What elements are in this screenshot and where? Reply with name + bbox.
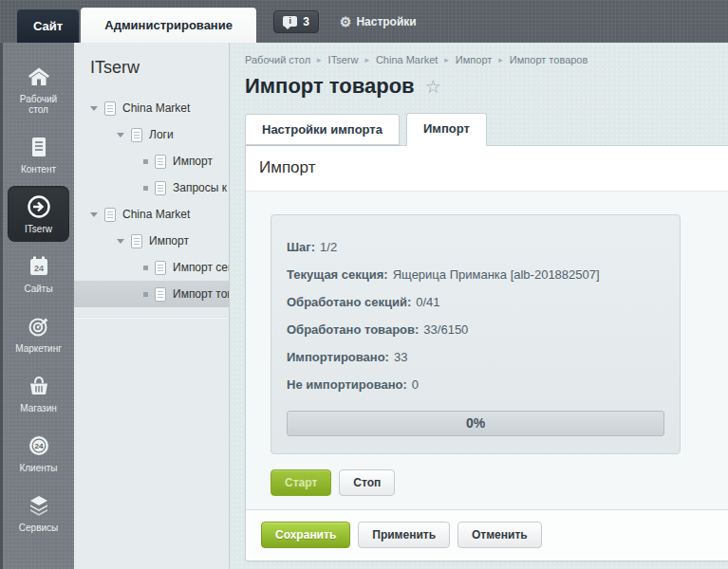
tree-item-import-products[interactable]: Импорт товаров bbox=[74, 281, 229, 307]
document-icon bbox=[131, 128, 142, 142]
document-icon bbox=[27, 134, 51, 160]
status-label: Шаг: bbox=[287, 240, 315, 254]
bullet-icon bbox=[143, 292, 148, 297]
info-bubble-icon: i bbox=[283, 16, 297, 27]
progress-bar: 0% bbox=[287, 411, 664, 436]
sidebar-item-shop[interactable]: Магазин bbox=[8, 365, 69, 421]
sidebar-item-label: Сайты bbox=[24, 284, 52, 294]
document-icon bbox=[131, 234, 142, 248]
breadcrumb-separator-icon: ▸ bbox=[444, 55, 449, 64]
chevron-down-icon[interactable] bbox=[90, 212, 98, 217]
cancel-button[interactable]: Отменить bbox=[457, 522, 542, 548]
import-status-box: Шаг:1/2 Текущая секция:Ящерица Приманка … bbox=[271, 214, 681, 454]
sidebar-item-services[interactable]: Сервисы bbox=[8, 485, 69, 541]
tree-panel-title: ITserw bbox=[74, 43, 229, 95]
status-value: 0 bbox=[412, 377, 419, 392]
status-label: Импортировано: bbox=[287, 350, 389, 364]
tree-item-label: Импорт bbox=[149, 234, 189, 248]
form-footer: Сохранить Применить Отменить bbox=[246, 509, 728, 560]
tab-content-panel: Импорт Шаг:1/2 Текущая секция:Ящерица Пр… bbox=[245, 145, 728, 561]
status-value: 33 bbox=[394, 350, 407, 364]
icon-sidebar: Рабочий стол Контент ITserw 24 Сайты bbox=[0, 43, 74, 569]
target-icon bbox=[27, 313, 51, 340]
save-button[interactable]: Сохранить bbox=[261, 522, 350, 548]
calendar-24-icon: 24 bbox=[27, 253, 51, 280]
sidebar-item-label: Клиенты bbox=[19, 463, 57, 473]
notifications-button[interactable]: i 3 bbox=[273, 10, 319, 33]
status-row: Не импортировано:0 bbox=[287, 371, 664, 398]
bullet-icon bbox=[143, 266, 148, 270]
tree-item-import[interactable]: Импорт bbox=[74, 228, 229, 254]
breadcrumb-item[interactable]: Импорт товаров bbox=[510, 54, 588, 65]
tab-import-settings[interactable]: Настройки импорта bbox=[245, 114, 400, 145]
breadcrumb-separator-icon: ▸ bbox=[364, 55, 369, 64]
sidebar-item-sites[interactable]: 24 Сайты bbox=[8, 246, 69, 302]
sidebar-item-label: Маркетинг bbox=[15, 343, 62, 354]
breadcrumb-item[interactable]: Импорт bbox=[456, 54, 492, 65]
breadcrumb-item[interactable]: ITserw bbox=[328, 54, 359, 65]
breadcrumb-separator-icon: ▸ bbox=[317, 55, 322, 64]
status-value: 0/41 bbox=[416, 295, 439, 309]
clients-24-icon: 24 bbox=[27, 432, 51, 459]
breadcrumb-separator-icon: ▸ bbox=[498, 55, 503, 64]
start-button[interactable]: Старт bbox=[271, 469, 331, 496]
tree-item-label: Импорт товаров bbox=[173, 287, 230, 301]
tree-item-log-import[interactable]: Импорт bbox=[74, 148, 229, 174]
tree-item-api-requests[interactable]: Запросы к API bbox=[74, 174, 229, 201]
form-tabs: Настройки импорта Импорт bbox=[245, 113, 728, 145]
tab-import[interactable]: Импорт bbox=[406, 113, 487, 146]
bullet-icon bbox=[143, 159, 148, 164]
svg-text:24: 24 bbox=[33, 264, 43, 273]
sidebar-item-marketing[interactable]: Маркетинг bbox=[8, 305, 69, 361]
site-tab[interactable]: Сайт bbox=[17, 9, 79, 43]
settings-label: Настройки bbox=[356, 15, 416, 28]
tree-item-logs[interactable]: Логи bbox=[74, 121, 229, 148]
status-label: Текущая секция: bbox=[287, 267, 388, 282]
sidebar-item-label: Рабочий стол bbox=[9, 94, 67, 115]
chevron-down-icon[interactable] bbox=[90, 106, 98, 111]
stop-button[interactable]: Стоп bbox=[339, 469, 395, 496]
status-row: Шаг:1/2 bbox=[287, 233, 664, 261]
page-title: Импорт товаров bbox=[245, 74, 415, 99]
sidebar-item-desktop[interactable]: Рабочий стол bbox=[8, 56, 69, 122]
chevron-down-icon[interactable] bbox=[117, 239, 124, 244]
sidebar-item-label: Магазин bbox=[20, 403, 57, 413]
sidebar-item-clients[interactable]: 24 Клиенты bbox=[8, 425, 69, 481]
tree-item-import-sections[interactable]: Импорт секций bbox=[74, 254, 229, 281]
progress-percent: 0% bbox=[466, 415, 485, 431]
tree-item-label: China Market bbox=[122, 101, 190, 115]
tree-item-label: Логи bbox=[149, 128, 174, 141]
svg-text:24: 24 bbox=[34, 442, 43, 450]
status-label: Не импортировано: bbox=[287, 377, 407, 392]
status-row: Обработано секций:0/41 bbox=[287, 288, 664, 316]
status-row: Текущая секция:Ящерица Приманка [alb-201… bbox=[287, 261, 664, 288]
chevron-down-icon[interactable] bbox=[117, 133, 124, 138]
status-value: Ящерица Приманка [alb-201882507] bbox=[393, 267, 600, 282]
document-icon bbox=[104, 208, 116, 222]
tree-item-label: Запросы к API bbox=[173, 181, 230, 194]
breadcrumb-item[interactable]: Рабочий стол bbox=[245, 54, 310, 65]
arrow-circle-icon bbox=[26, 193, 52, 220]
admin-tab[interactable]: Администрирование bbox=[81, 8, 256, 43]
breadcrumb: Рабочий стол ▸ ITserw ▸ China Market ▸ И… bbox=[245, 54, 728, 65]
tree-item-label: Импорт секций bbox=[173, 261, 230, 274]
document-icon bbox=[104, 101, 116, 116]
tree-separator bbox=[74, 317, 229, 319]
status-label: Обработано товаров: bbox=[287, 322, 419, 337]
sidebar-item-itserw[interactable]: ITserw bbox=[8, 186, 69, 242]
tree-item-china-market-2[interactable]: China Market bbox=[74, 201, 229, 228]
apply-button[interactable]: Применить bbox=[358, 522, 450, 548]
topbar: Сайт Администрирование i 3 ⚙ Настройки bbox=[0, 0, 728, 43]
breadcrumb-item[interactable]: China Market bbox=[376, 54, 438, 65]
status-value: 33/6150 bbox=[423, 322, 468, 337]
sidebar-item-label: Контент bbox=[21, 164, 56, 174]
sidebar-item-label: ITserw bbox=[25, 224, 52, 234]
home-icon bbox=[27, 64, 51, 90]
document-icon bbox=[155, 181, 166, 195]
sidebar-item-content[interactable]: Контент bbox=[8, 126, 69, 182]
settings-button[interactable]: ⚙ Настройки bbox=[340, 15, 417, 28]
document-icon bbox=[155, 287, 166, 302]
tree-item-china-market-1[interactable]: China Market bbox=[74, 95, 229, 121]
favorite-star-icon[interactable]: ☆ bbox=[425, 78, 441, 96]
gear-icon: ⚙ bbox=[340, 15, 352, 28]
